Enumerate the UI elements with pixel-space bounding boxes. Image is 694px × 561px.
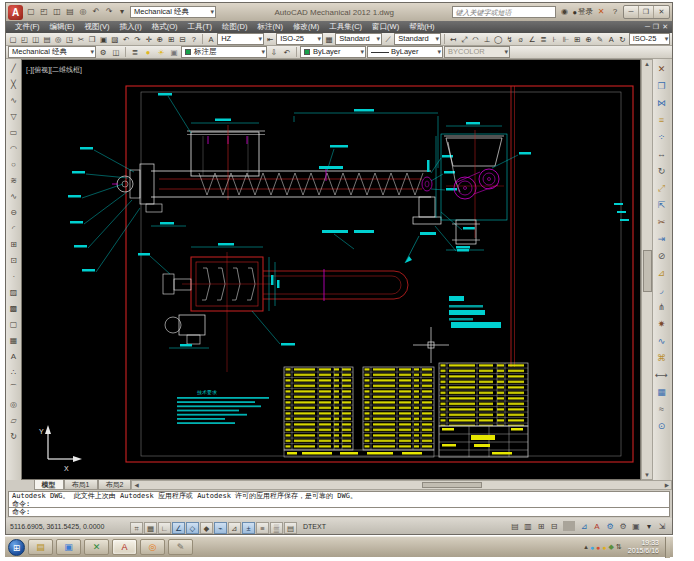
doc-minimize-button[interactable]: ─ <box>645 21 650 33</box>
angular-dim-icon[interactable]: ∠ <box>527 34 537 45</box>
taskbar-orange-app[interactable]: ◎ <box>140 539 165 555</box>
menu-item[interactable]: 插入(I) <box>115 21 147 33</box>
copy-clip-icon[interactable]: ❐ <box>87 34 97 45</box>
cut-icon[interactable]: ✂ <box>76 34 86 45</box>
construction-line-icon[interactable]: ╳ <box>7 77 20 93</box>
osnap-toggle[interactable]: ◇ <box>186 522 199 534</box>
dim-edit-icon[interactable]: ✎ <box>595 34 605 45</box>
minimize-button[interactable]: ─ <box>624 6 639 18</box>
polar-toggle[interactable]: ∠ <box>172 522 185 534</box>
new-icon[interactable]: ▢ <box>8 34 18 45</box>
osnap3d-toggle[interactable]: ◆ <box>200 522 213 534</box>
zoom-window-icon[interactable]: ⊞ <box>166 34 176 45</box>
center-mark-icon[interactable]: ⊕ <box>583 34 593 45</box>
scroll-left-icon[interactable]: ◀ <box>134 482 138 488</box>
maximize-button[interactable]: ❐ <box>639 6 654 18</box>
command-input[interactable]: 命令: <box>8 508 670 517</box>
edit-spline-icon[interactable]: ≈ <box>654 401 669 418</box>
tab-layout1[interactable]: 布局1 <box>64 480 98 490</box>
snap-toggle[interactable]: ⌗ <box>130 522 143 534</box>
hidden-icons-arrow[interactable]: ▴ <box>584 543 588 551</box>
offset-icon[interactable]: ≡ <box>654 112 669 129</box>
menu-item[interactable]: 修改(M) <box>288 21 324 33</box>
menu-item[interactable]: 窗口(W) <box>367 21 404 33</box>
menu-item[interactable]: 工具(T) <box>183 21 218 33</box>
ellipse-arc-icon[interactable]: ◜ <box>7 221 20 237</box>
text-style-combo[interactable]: HZ <box>217 33 264 45</box>
vscroll-thumb[interactable] <box>643 250 652 292</box>
help-icon[interactable]: ? <box>189 34 199 45</box>
line-icon[interactable]: ╱ <box>7 61 20 77</box>
viewport-controls[interactable]: [-][俯视][二维线框] <box>26 65 82 75</box>
help-icon[interactable]: ? <box>609 6 621 18</box>
preview-icon[interactable]: ◎ <box>77 6 89 18</box>
save-workspace-icon[interactable]: ◫ <box>110 47 122 58</box>
horizontal-scrollbar[interactable]: ◀ ▶ <box>131 480 672 490</box>
model-viewport[interactable]: [-][俯视][二维线框] <box>21 59 641 480</box>
layout-button[interactable]: ▥ <box>522 522 534 531</box>
redo-icon[interactable]: ↷ <box>103 6 115 18</box>
hscroll-thumb[interactable] <box>422 482 482 488</box>
taskbar-gray-app[interactable]: ✎ <box>168 539 193 555</box>
menu-item[interactable]: 帮助(H) <box>404 21 439 33</box>
table-style-combo[interactable]: Standard <box>335 33 382 45</box>
autocad-logo-icon[interactable]: A <box>8 5 23 20</box>
polygon-icon[interactable]: ▽ <box>7 109 20 125</box>
erase-icon[interactable]: ✕ <box>654 61 669 78</box>
helix-icon[interactable]: ↻ <box>7 429 20 445</box>
start-button[interactable]: ⊞ <box>8 539 25 556</box>
scroll-down-icon[interactable]: ▼ <box>644 471 650 479</box>
tray-yellow-icon[interactable]: ● <box>602 544 606 551</box>
workspace-settings-icon[interactable]: ⚙ <box>97 47 109 58</box>
workspace-combo-2[interactable]: Mechanical 经典 <box>8 46 96 58</box>
wipeout-icon[interactable]: ▱ <box>7 413 20 429</box>
polyline-icon[interactable]: ∿ <box>7 93 20 109</box>
taskbar-green-app[interactable]: ✕ <box>84 539 109 555</box>
radius-dim-icon[interactable]: ◯ <box>493 34 503 45</box>
donut-icon[interactable]: ◎ <box>7 397 20 413</box>
tray-settings-arrow[interactable]: ▾ <box>643 522 655 531</box>
point-icon[interactable]: ∙ <box>7 269 20 285</box>
dyn-toggle[interactable]: ± <box>242 522 255 534</box>
dim-style-combo-2[interactable]: ISO-25 <box>629 33 671 45</box>
ortho-toggle[interactable]: ∟ <box>158 522 171 534</box>
circle-icon[interactable]: ○ <box>7 157 20 173</box>
autoscale-icon[interactable]: ⚙ <box>604 522 616 531</box>
workspace-combo[interactable]: Mechanical 经典 <box>130 6 216 18</box>
make-block-icon[interactable]: ⊡ <box>7 253 20 269</box>
undo-icon[interactable]: ↶ <box>121 34 131 45</box>
dim-style-combo[interactable]: ISO-25 <box>276 33 323 45</box>
fillet-icon[interactable]: ◞ <box>654 282 669 299</box>
rotate-icon[interactable]: ↻ <box>654 163 669 180</box>
otrack-toggle[interactable]: ⌁ <box>214 522 227 534</box>
tray-blue-icon[interactable]: ● <box>590 544 594 551</box>
taskbar-explorer[interactable]: ▤ <box>28 539 53 555</box>
save-icon[interactable]: ◫ <box>31 34 41 45</box>
trim-icon[interactable]: ✂ <box>654 214 669 231</box>
explode-icon[interactable]: ✷ <box>654 316 669 333</box>
tray-green-icon[interactable]: ◆ <box>609 543 614 551</box>
menu-item[interactable]: 绘图(D) <box>217 21 252 33</box>
toolbar-lock-icon[interactable]: ▣ <box>630 522 642 531</box>
redo-icon[interactable]: ↷ <box>132 34 142 45</box>
zoom-previous-icon[interactable]: ⊟ <box>177 34 187 45</box>
layer-bulb-icon[interactable]: ● <box>142 47 154 58</box>
break-icon[interactable]: ⊘ <box>654 248 669 265</box>
menu-item[interactable]: 视图(V) <box>80 21 115 33</box>
paste-icon[interactable]: ▣ <box>98 34 108 45</box>
menu-item[interactable]: 文件(F) <box>10 21 45 33</box>
ducs-toggle[interactable]: ⊿ <box>228 522 241 534</box>
quickview-drawings-icon[interactable]: ⊟ <box>548 522 560 531</box>
quickview-layouts-icon[interactable]: ⊞ <box>535 522 547 531</box>
ordinate-dim-icon[interactable]: ⊥ <box>482 34 492 45</box>
region-icon[interactable]: ▢ <box>7 317 20 333</box>
annotation-visibility-icon[interactable]: A <box>591 522 603 531</box>
undo-icon[interactable]: ↶ <box>90 6 102 18</box>
copy-icon[interactable]: ❐ <box>654 78 669 95</box>
jogged-dim-icon[interactable]: ↯ <box>504 34 514 45</box>
doc-close-button[interactable]: ✕ <box>662 21 668 33</box>
rectangle-icon[interactable]: ▭ <box>7 125 20 141</box>
layer-lock-icon[interactable]: ▣ <box>168 47 180 58</box>
scale-icon[interactable]: ⤢ <box>654 180 669 197</box>
arc-length-icon[interactable]: ◠ <box>470 34 480 45</box>
